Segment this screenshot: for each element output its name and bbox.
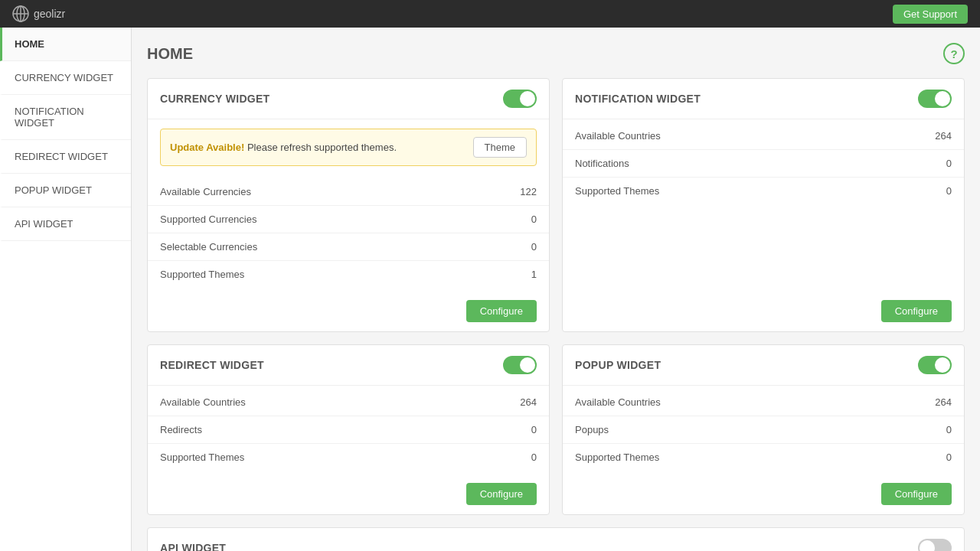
sidebar-item-redirect-widget[interactable]: REDIRECT WIDGET xyxy=(0,140,131,174)
alert-bold: Update Avaible! xyxy=(170,142,244,153)
stat-row: Available Countries 264 xyxy=(563,122,964,150)
currency-widget-alert: Update Avaible! Please refresh supported… xyxy=(160,129,537,166)
geolizr-logo-icon xyxy=(12,5,29,22)
stat-row: Available Currencies 122 xyxy=(148,178,549,206)
page-title: HOME xyxy=(147,45,193,63)
stat-row: Supported Themes 0 xyxy=(148,444,549,471)
stat-row: Redirects 0 xyxy=(148,416,549,444)
stat-label: Supported Themes xyxy=(575,185,659,197)
stat-row: Popups 0 xyxy=(563,416,964,444)
popup-widget-footer: Configure xyxy=(563,474,964,514)
stat-row: Supported Themes 0 xyxy=(563,178,964,204)
stat-label: Selectable Currencies xyxy=(160,241,257,253)
logo-text: geolizr xyxy=(34,8,65,20)
stat-label: Supported Themes xyxy=(160,269,244,280)
currency-widget-title: CURRENCY WIDGET xyxy=(160,93,270,105)
stat-value: 0 xyxy=(946,185,952,197)
notification-widget-title: NOTIFICATION WIDGET xyxy=(575,93,701,105)
notification-widget-card: NOTIFICATION WIDGET Available Countries … xyxy=(562,78,965,332)
alert-body: Please refresh supported themes. xyxy=(244,142,397,153)
notification-widget-footer: Configure xyxy=(563,291,964,331)
stat-row: Supported Themes 0 xyxy=(563,444,964,471)
app-body: HOME CURRENCY WIDGET NOTIFICATION WIDGET… xyxy=(0,28,980,551)
redirect-widget-title: REDIRECT WIDGET xyxy=(160,359,264,371)
currency-configure-button[interactable]: Configure xyxy=(466,300,537,322)
redirect-widget-header: REDIRECT WIDGET xyxy=(148,345,549,386)
stat-value: 122 xyxy=(520,186,537,197)
sidebar: HOME CURRENCY WIDGET NOTIFICATION WIDGET… xyxy=(0,28,132,551)
stat-label: Supported Currencies xyxy=(160,214,256,225)
stat-row: Available Countries 264 xyxy=(148,389,549,416)
notification-widget-toggle[interactable] xyxy=(918,90,952,108)
stat-value: 0 xyxy=(531,241,537,253)
topbar: geolizr Get Support xyxy=(0,0,980,28)
stat-row: Supported Currencies 0 xyxy=(148,206,549,233)
stat-value: 0 xyxy=(946,158,952,169)
stat-label: Available Countries xyxy=(160,396,246,408)
main-content: HOME ? CURRENCY WIDGET Update Avaible! P… xyxy=(132,28,980,551)
stat-value: 0 xyxy=(531,452,537,463)
sidebar-item-currency-widget[interactable]: CURRENCY WIDGET xyxy=(0,61,131,95)
popup-widget-title: POPUP WIDGET xyxy=(575,359,661,371)
popup-widget-toggle[interactable] xyxy=(918,356,952,374)
stat-value: 0 xyxy=(946,452,952,463)
api-widget-header: API WIDGET xyxy=(148,528,964,551)
redirect-widget-card: REDIRECT WIDGET Available Countries 264 … xyxy=(147,344,550,515)
stat-label: Notifications xyxy=(575,158,629,169)
stat-label: Available Countries xyxy=(575,130,661,142)
currency-widget-header: CURRENCY WIDGET xyxy=(148,79,549,119)
sidebar-item-api-widget[interactable]: API WIDGET xyxy=(0,207,131,241)
api-widget-title: API WIDGET xyxy=(160,542,226,551)
stat-value: 264 xyxy=(935,130,952,142)
popup-configure-button[interactable]: Configure xyxy=(881,483,952,505)
theme-button[interactable]: Theme xyxy=(473,137,527,158)
api-widget-card: API WIDGET xyxy=(147,527,965,551)
stat-value: 264 xyxy=(935,396,952,408)
stat-value: 1 xyxy=(531,269,537,280)
popup-widget-card: POPUP WIDGET Available Countries 264 Pop… xyxy=(562,344,965,515)
sidebar-item-home[interactable]: HOME xyxy=(0,28,131,61)
widgets-grid: CURRENCY WIDGET Update Avaible! Please r… xyxy=(147,78,965,515)
redirect-widget-stats: Available Countries 264 Redirects 0 Supp… xyxy=(148,386,549,474)
stat-value: 264 xyxy=(520,396,537,408)
stat-label: Supported Themes xyxy=(575,452,659,463)
redirect-widget-toggle[interactable] xyxy=(503,356,537,374)
get-support-button[interactable]: Get Support xyxy=(893,5,968,24)
redirect-widget-footer: Configure xyxy=(148,474,549,514)
stat-label: Available Currencies xyxy=(160,186,251,197)
stat-row: Notifications 0 xyxy=(563,150,964,178)
sidebar-item-popup-widget[interactable]: POPUP WIDGET xyxy=(0,174,131,207)
stat-row: Selectable Currencies 0 xyxy=(148,233,549,261)
stat-label: Redirects xyxy=(160,424,202,435)
notification-configure-button[interactable]: Configure xyxy=(881,300,952,322)
stat-row: Available Countries 264 xyxy=(563,389,964,416)
sidebar-item-notification-widget[interactable]: NOTIFICATION WIDGET xyxy=(0,95,131,140)
notification-widget-stats: Available Countries 264 Notifications 0 … xyxy=(563,119,964,291)
currency-widget-stats: Available Currencies 122 Supported Curre… xyxy=(148,175,549,291)
stat-label: Available Countries xyxy=(575,396,661,408)
redirect-configure-button[interactable]: Configure xyxy=(466,483,537,505)
logo: geolizr xyxy=(12,5,65,22)
alert-text: Update Avaible! Please refresh supported… xyxy=(170,142,397,153)
popup-widget-stats: Available Countries 264 Popups 0 Support… xyxy=(563,386,964,474)
popup-widget-header: POPUP WIDGET xyxy=(563,345,964,386)
stat-value: 0 xyxy=(531,214,537,225)
notification-widget-header: NOTIFICATION WIDGET xyxy=(563,79,964,119)
stat-label: Popups xyxy=(575,424,609,435)
page-title-bar: HOME ? xyxy=(147,43,965,64)
currency-widget-card: CURRENCY WIDGET Update Avaible! Please r… xyxy=(147,78,550,332)
currency-widget-toggle[interactable] xyxy=(503,90,537,108)
currency-widget-footer: Configure xyxy=(148,291,549,331)
api-widget-toggle[interactable] xyxy=(918,539,952,551)
stat-value: 0 xyxy=(531,424,537,435)
help-icon[interactable]: ? xyxy=(943,43,965,64)
stat-label: Supported Themes xyxy=(160,452,244,463)
stat-row: Supported Themes 1 xyxy=(148,261,549,288)
stat-value: 0 xyxy=(946,424,952,435)
